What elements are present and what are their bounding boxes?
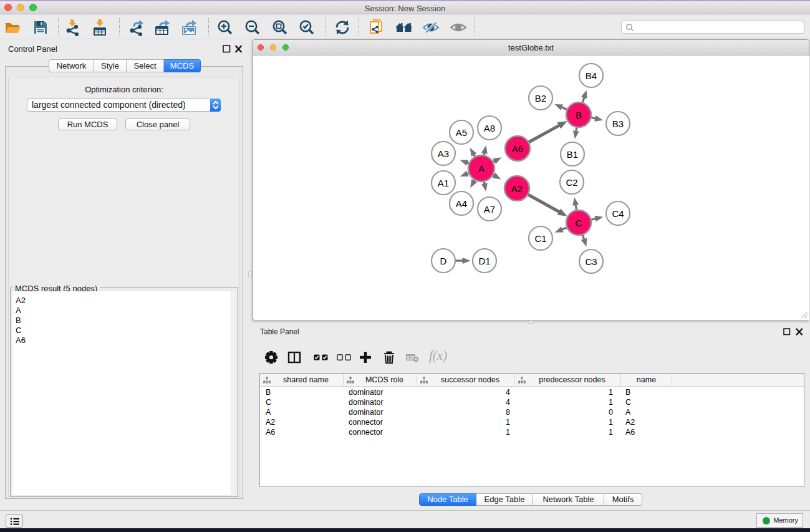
svg-text:B: B [576,110,582,120]
svg-text:B4: B4 [586,70,597,81]
svg-text:B1: B1 [567,149,578,160]
svg-text:A1: A1 [438,178,449,188]
svg-text:C3: C3 [585,256,597,267]
svg-text:D: D [440,256,447,266]
svg-text:B2: B2 [535,93,546,104]
svg-text:A5: A5 [456,127,467,138]
svg-text:A7: A7 [484,204,495,215]
svg-text:C1: C1 [534,233,546,244]
svg-text:C4: C4 [612,208,624,219]
svg-text:D1: D1 [478,256,490,266]
svg-text:A8: A8 [484,123,495,133]
svg-text:A3: A3 [438,148,449,159]
svg-text:A6: A6 [512,143,523,154]
svg-text:A: A [478,163,485,174]
svg-text:C: C [576,218,582,228]
svg-text:C2: C2 [566,177,577,188]
svg-text:B3: B3 [612,118,624,129]
svg-text:A4: A4 [456,198,467,209]
svg-text:A2: A2 [511,183,523,194]
